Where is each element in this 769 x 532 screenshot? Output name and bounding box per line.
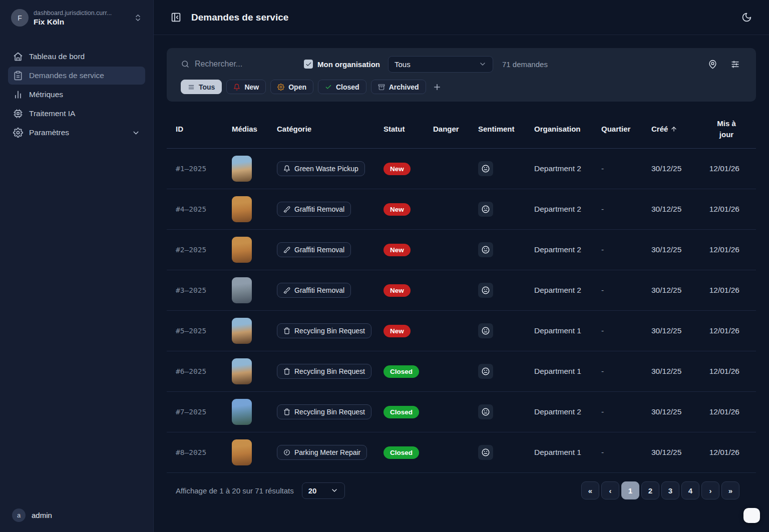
- media-thumbnail[interactable]: [232, 399, 252, 425]
- user-name: admin: [32, 511, 52, 519]
- filter-chip-closed[interactable]: Closed: [318, 80, 366, 94]
- table-row[interactable]: #4–2025Graffiti RemovalNewDepartment 2-3…: [167, 189, 756, 230]
- sidebar-collapse-button[interactable]: [169, 10, 183, 25]
- theme-toggle-button[interactable]: [739, 10, 754, 25]
- media-thumbnail[interactable]: [232, 237, 252, 263]
- add-filter-chip-button[interactable]: [433, 83, 442, 92]
- media-thumbnail[interactable]: [232, 156, 252, 182]
- request-id: #7–2025: [176, 408, 232, 416]
- quartier-cell: -: [601, 205, 651, 214]
- updated-cell: 12/01/26: [709, 205, 756, 214]
- table-row[interactable]: #5–2025Recycling Bin RequestNewDepartmen…: [167, 311, 756, 351]
- sidebar-item-demandes-de-service[interactable]: Demandes de service: [8, 67, 145, 85]
- workspace-name: Fix Köln: [34, 18, 129, 27]
- sidebar-item-label: Demandes de service: [29, 71, 104, 80]
- created-cell: 30/12/25: [651, 326, 700, 335]
- map-view-button[interactable]: [706, 58, 719, 71]
- workspace-label: dashboard.jurisdiction.curr...: [34, 10, 129, 17]
- organisation-cell: Department 1: [534, 326, 601, 335]
- chat-widget-button[interactable]: [743, 508, 760, 523]
- updated-cell: 12/01/26: [709, 164, 756, 173]
- table-row[interactable]: #3–2025Graffiti RemovalNewDepartment 2-3…: [167, 270, 756, 311]
- search-input[interactable]: [195, 60, 265, 69]
- quartier-cell: -: [601, 407, 651, 416]
- category-label: Graffiti Removal: [294, 205, 344, 213]
- sentiment-indicator: [478, 283, 493, 298]
- requests-table: IDMédiasCatégorieStatutDangerSentimentOr…: [167, 110, 756, 499]
- column-header-médias[interactable]: Médias: [232, 125, 277, 133]
- moon-icon: [741, 12, 752, 23]
- sidebar-item-tableau-de-bord[interactable]: Tableau de bord: [8, 48, 145, 66]
- panel-left-close-icon: [171, 12, 181, 23]
- table-row[interactable]: #6–2025Recycling Bin RequestClosedDepart…: [167, 351, 756, 392]
- panel-left-close-icon: [171, 12, 181, 23]
- search-box: [181, 60, 279, 69]
- column-header-mis-à-jour[interactable]: Mis à jour: [713, 118, 739, 140]
- page-size-select[interactable]: 20: [302, 482, 345, 499]
- meh-face-icon: [481, 407, 490, 416]
- table-footer: Affichage de 1 à 20 sur 71 résultats 20 …: [167, 481, 756, 499]
- table-row[interactable]: #7–2025Recycling Bin RequestClosedDepart…: [167, 392, 756, 432]
- request-id: #5–2025: [176, 327, 232, 335]
- request-id: #3–2025: [176, 286, 232, 294]
- brush-icon: [283, 246, 290, 253]
- sidebar-item-m-triques[interactable]: Métriques: [8, 86, 145, 104]
- column-header-id[interactable]: ID: [176, 125, 232, 133]
- previous-page-button[interactable]: ‹: [601, 481, 619, 499]
- column-header-organisation[interactable]: Organisation: [534, 125, 601, 133]
- created-cell: 30/12/25: [651, 407, 700, 416]
- category-select[interactable]: Tous: [388, 56, 493, 73]
- bell-icon: [283, 165, 290, 172]
- media-thumbnail[interactable]: [232, 196, 252, 222]
- filter-chip-open[interactable]: Open: [270, 80, 313, 94]
- table-row[interactable]: #8–2025Parking Meter RepairClosedDepartm…: [167, 432, 756, 473]
- sentiment-indicator: [478, 323, 493, 338]
- category-chip: Green Waste Pickup: [277, 161, 365, 176]
- filter-chip-label: Archived: [389, 83, 419, 91]
- media-thumbnail[interactable]: [232, 277, 252, 303]
- checkbox-checked: [304, 60, 313, 69]
- next-page-button[interactable]: ›: [701, 481, 719, 499]
- last-page-button[interactable]: »: [721, 481, 739, 499]
- sidebar-item-traitement-ia[interactable]: Traitement IA: [8, 105, 145, 123]
- column-header-statut[interactable]: Statut: [383, 125, 433, 133]
- first-page-button[interactable]: «: [581, 481, 599, 499]
- advanced-filters-button[interactable]: [728, 58, 742, 71]
- meh-face-icon: [481, 245, 490, 254]
- sidebar-item-param-tres[interactable]: Paramètres: [8, 124, 145, 142]
- column-header-quartier[interactable]: Quartier: [601, 125, 651, 133]
- bell-icon: [233, 84, 240, 91]
- column-header-créé[interactable]: Créé: [651, 125, 700, 133]
- organisation-cell: Department 2: [534, 205, 601, 214]
- filter-chip-tous[interactable]: Tous: [181, 80, 222, 94]
- chevron-down-icon: [479, 60, 487, 68]
- workspace-selector[interactable]: F dashboard.jurisdiction.curr... Fix Köl…: [8, 9, 145, 27]
- table-row[interactable]: #1–2025Green Waste PickupNewDepartment 2…: [167, 149, 756, 189]
- created-cell: 30/12/25: [651, 448, 700, 457]
- organisation-cell: Department 2: [534, 164, 601, 173]
- cpu-icon: [13, 109, 23, 119]
- table-row[interactable]: #2–2025Graffiti RemovalNewDepartment 2-3…: [167, 230, 756, 270]
- my-organisation-checkbox[interactable]: Mon organisation: [304, 60, 380, 69]
- page-title: Demandes de service: [191, 12, 288, 23]
- page-button-3[interactable]: 3: [661, 481, 679, 499]
- column-header-catégorie[interactable]: Catégorie: [277, 125, 383, 133]
- page-button-4[interactable]: 4: [681, 481, 699, 499]
- status-badge: Closed: [383, 406, 419, 418]
- media-thumbnail[interactable]: [232, 358, 252, 384]
- created-cell: 30/12/25: [651, 286, 700, 295]
- page-button-1[interactable]: 1: [621, 481, 639, 499]
- brush-icon: [283, 287, 290, 294]
- filter-chip-archived[interactable]: Archived: [371, 80, 426, 94]
- column-header-sentiment[interactable]: Sentiment: [478, 125, 534, 133]
- column-header-danger[interactable]: Danger: [433, 125, 478, 133]
- page-button-2[interactable]: 2: [641, 481, 659, 499]
- media-thumbnail[interactable]: [232, 439, 252, 465]
- chevron-down-icon: [479, 60, 487, 68]
- user-menu[interactable]: a admin: [8, 508, 145, 522]
- filter-chip-new[interactable]: New: [226, 80, 266, 94]
- results-summary: Affichage de 1 à 20 sur 71 résultats: [176, 486, 294, 495]
- media-thumbnail[interactable]: [232, 318, 252, 344]
- moon-icon: [741, 12, 752, 23]
- updated-cell: 12/01/26: [709, 286, 756, 295]
